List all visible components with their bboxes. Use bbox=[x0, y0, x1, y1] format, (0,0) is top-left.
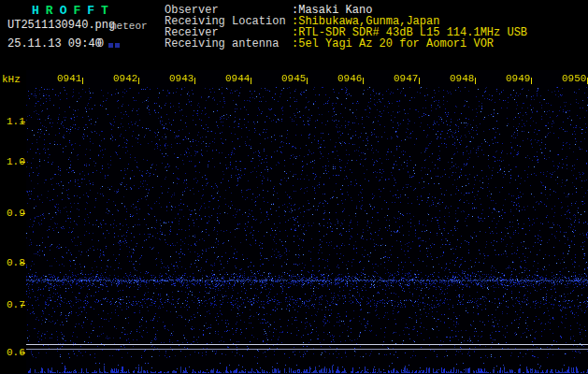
app-title-letter: O bbox=[60, 4, 67, 18]
hrofft-screen: { "colors": { "background": "#000000", "… bbox=[0, 0, 588, 374]
time-label: 0946 bbox=[337, 74, 362, 84]
freq-tick bbox=[21, 305, 25, 306]
counter-label: 0 bbox=[97, 38, 104, 50]
app-title-letter: T bbox=[101, 4, 108, 18]
mode-label: meteor bbox=[110, 22, 148, 32]
app-title: HROFFT bbox=[32, 4, 115, 18]
time-label: 0941 bbox=[57, 74, 81, 84]
app-title-letter: F bbox=[87, 4, 94, 18]
time-label: 0942 bbox=[113, 74, 137, 84]
freq-tick bbox=[21, 122, 25, 122]
freq-tick bbox=[21, 213, 25, 214]
app-title-letter: H bbox=[32, 4, 39, 18]
time-label: 0945 bbox=[281, 74, 306, 84]
time-label: 0943 bbox=[169, 74, 194, 84]
app-title-letter: R bbox=[46, 4, 53, 18]
time-label: 0950 bbox=[562, 74, 586, 84]
indicator-block bbox=[108, 43, 113, 48]
time-label: 0944 bbox=[225, 74, 250, 84]
freq-tick bbox=[21, 263, 25, 264]
freq-tick bbox=[21, 162, 25, 163]
time-label: 0947 bbox=[394, 74, 418, 84]
time-label: 0948 bbox=[450, 74, 474, 84]
spectrogram-canvas bbox=[26, 70, 588, 374]
time-label: 0949 bbox=[506, 74, 530, 84]
freq-axis-unit: kHz bbox=[2, 75, 21, 85]
info-value: :5el Yagi Az 20 for Aomori VOR bbox=[292, 38, 494, 50]
indicator-block bbox=[115, 43, 120, 48]
info-label: Receiving antenna bbox=[165, 38, 279, 50]
freq-tick bbox=[21, 352, 25, 353]
app-title-letter: F bbox=[73, 4, 80, 18]
datetime-label: 25.11.13 09:40 bbox=[7, 38, 102, 50]
output-filename: UT2511130940.png bbox=[7, 20, 115, 31]
